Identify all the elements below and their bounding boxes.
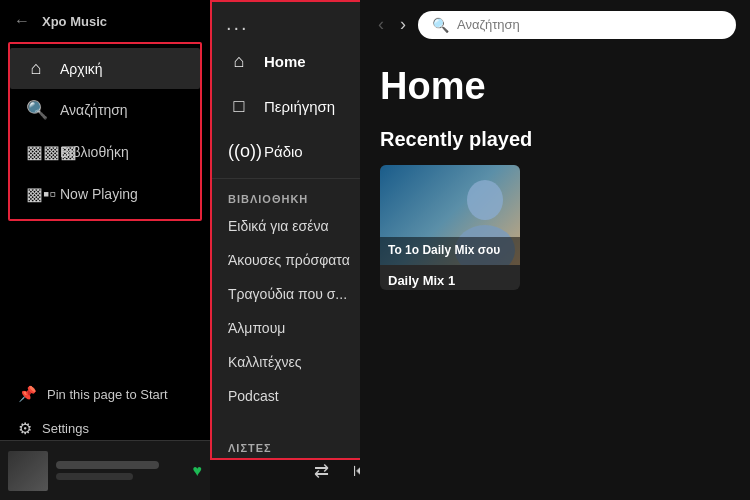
pin-label: Pin this page to Start [47, 387, 168, 402]
dropdown-item-radio[interactable]: ((o))Ράδιο [212, 129, 360, 174]
sidebar-item-nowplaying[interactable]: ▩▪▫Now Playing [10, 173, 200, 215]
sidebar-item-home[interactable]: ⌂Αρχική [10, 48, 200, 89]
music-card[interactable]: Το 1ο Daily Mix σου Daily Mix 1 [380, 165, 520, 290]
card-overlay-text: Το 1ο Daily Mix σου [388, 243, 512, 259]
right-header: ‹ › 🔍 [360, 0, 750, 49]
library-icon: ▩▩▩ [26, 141, 46, 163]
card-title: Daily Mix 1 [380, 265, 520, 290]
dropdown-item-label-radio: Ράδιο [264, 143, 303, 160]
prev-button[interactable]: ⏮ [349, 456, 360, 485]
search-input[interactable] [457, 17, 722, 32]
card-overlay: Το 1ο Daily Mix σου [380, 237, 520, 265]
sidebar-header: ← Xpo Music [0, 0, 210, 38]
sidebar-nav: ⌂Αρχική🔍Αναζήτηση▩▩▩Βιβλιοθήκη▩▪▫Now Pla… [8, 42, 202, 221]
nav-fwd-arrow[interactable]: › [396, 10, 410, 39]
library-item-5[interactable]: Podcast [212, 379, 360, 413]
library-item-4[interactable]: Καλλιτέχνες [212, 345, 360, 379]
dropdown-radio-icon: ((o)) [228, 141, 250, 162]
library-item-0[interactable]: Ειδικά για εσένα [212, 209, 360, 243]
dropdown-menu: ... ⌂Home□Περιήγηση((o))Ράδιο ΒΙΒΛΙΟΘΗΚΗ… [210, 0, 360, 460]
dropdown-item-home[interactable]: ⌂Home [212, 39, 360, 84]
scroll-area: Ειδικά για εσέναΆκουσες πρόσφαταΤραγούδι… [212, 209, 360, 434]
recently-played-label: Recently played [380, 128, 730, 151]
search-icon: 🔍 [26, 99, 46, 121]
dropdown-home-icon: ⌂ [228, 51, 250, 72]
player-thumbnail [8, 451, 48, 491]
sidebar-item-label-library: Βιβλιοθήκη [60, 144, 129, 160]
main-content: Προτεινομενα Νεες κυκλοφο... Δημιουρ χρή… [210, 0, 360, 500]
shuffle-button[interactable]: ⇄ [310, 456, 333, 486]
divider [212, 178, 360, 179]
app-title: Xpo Music [42, 14, 107, 29]
player-artist [56, 473, 133, 480]
search-icon: 🔍 [432, 17, 449, 33]
library-item-2[interactable]: Τραγούδια που σ... [212, 277, 360, 311]
dropdown-item-browse[interactable]: □Περιήγηση [212, 84, 360, 129]
heart-icon[interactable]: ♥ [193, 462, 203, 480]
sidebar-item-library[interactable]: ▩▩▩Βιβλιοθήκη [10, 131, 200, 173]
card-image: Το 1ο Daily Mix σου [380, 165, 520, 265]
right-title: Home [380, 65, 730, 108]
library-item-1[interactable]: Άκουσες πρόσφατα [212, 243, 360, 277]
card-grid: Το 1ο Daily Mix σου Daily Mix 1 [380, 165, 730, 290]
player-title [56, 461, 159, 469]
dropdown-item-label-browse: Περιήγηση [264, 98, 335, 115]
pin-to-start-button[interactable]: 📌 Pin this page to Start [8, 377, 202, 411]
svg-point-0 [467, 180, 503, 220]
search-bar[interactable]: 🔍 [418, 11, 736, 39]
home-icon: ⌂ [26, 58, 46, 79]
nowplaying-icon: ▩▪▫ [26, 183, 46, 205]
lists-section-label: ΛΙΣΤΕΣ [212, 434, 360, 458]
dropdown-browse-icon: □ [228, 96, 250, 117]
dropdown-item-label-home: Home [264, 53, 306, 70]
right-body: Home Recently played Το 1ο Daily Mix σου… [360, 49, 750, 500]
library-item-3[interactable]: Άλμπουμ [212, 311, 360, 345]
player-bar: ♥ [0, 440, 210, 500]
library-section-label: ΒΙΒΛΙΟΘΗΚΗ [212, 183, 360, 209]
sidebar-item-label-search: Αναζήτηση [60, 102, 128, 118]
player-info [56, 461, 185, 480]
right-panel: ‹ › 🔍 Home Recently played Το 1ο Daily M… [360, 0, 750, 500]
back-icon[interactable]: ← [14, 12, 30, 30]
settings-label: Settings [42, 421, 89, 436]
gear-icon: ⚙ [18, 419, 32, 438]
nav-back-arrow[interactable]: ‹ [374, 10, 388, 39]
sidebar-item-label-nowplaying: Now Playing [60, 186, 138, 202]
pin-icon: 📌 [18, 385, 37, 403]
dropdown-dots: ... [212, 2, 360, 39]
sidebar: ← Xpo Music ⌂Αρχική🔍Αναζήτηση▩▩▩Βιβλιοθή… [0, 0, 210, 500]
sidebar-item-label-home: Αρχική [60, 61, 103, 77]
sidebar-item-search[interactable]: 🔍Αναζήτηση [10, 89, 200, 131]
